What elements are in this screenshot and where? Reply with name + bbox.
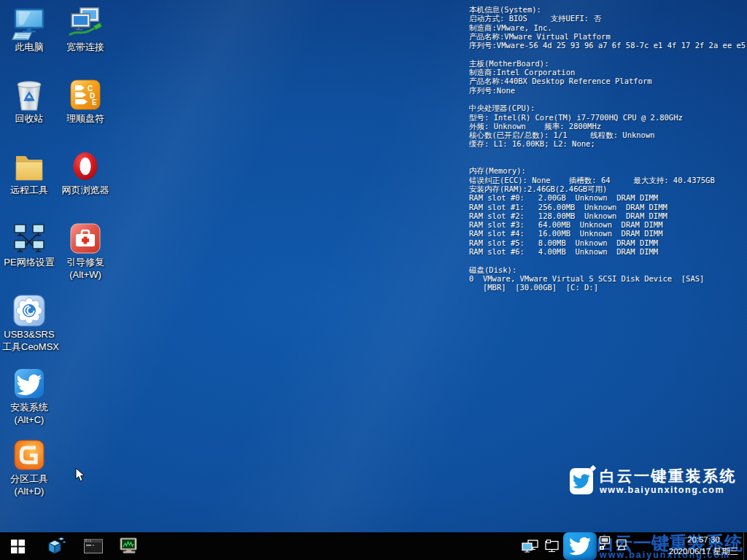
twitter-bird-icon xyxy=(569,535,591,557)
icon-label: USB3&SRS xyxy=(2,328,56,341)
system-info: 本机信息(System):启动方式: BIOS 支持UEFI: 否制造商:VMw… xyxy=(469,5,746,292)
registry-cube-icon xyxy=(46,536,66,556)
icon-label: 理顺盘符 xyxy=(58,112,112,125)
icon-label: PE网络设置 xyxy=(2,256,56,268)
brand-url: www.baiyunxitong.com xyxy=(600,485,737,495)
boot-repair-icon xyxy=(68,221,103,256)
icon-label-line2: (Alt+C) xyxy=(2,413,56,426)
desktop-icon-install-system[interactable]: 安装系统 (Alt+C) xyxy=(2,366,56,426)
desktop-icon-usb3-srs-tool[interactable]: USB3&SRS 工具CeoMSX xyxy=(2,293,56,353)
show-desktop-button[interactable] xyxy=(743,532,747,560)
taskbar-app-cmd[interactable]: C:\ xyxy=(79,532,108,560)
task-manager-icon xyxy=(118,537,140,556)
taskbar: C:\ 白云一键重装系统 www.b xyxy=(0,532,747,560)
icon-label: 分区工具 xyxy=(2,472,56,485)
icon-label: 引导修复 xyxy=(58,256,112,268)
tray-lan-icon[interactable] xyxy=(598,535,611,554)
start-button[interactable] xyxy=(0,532,35,560)
brand-title: 白云一键重装系统 xyxy=(600,467,737,485)
icon-label: 此电脑 xyxy=(2,41,56,53)
folder-icon xyxy=(12,149,47,184)
diskgenius-icon xyxy=(12,438,47,472)
network-diagram-icon xyxy=(12,221,47,256)
icon-label: 网页浏览器 xyxy=(58,184,112,196)
windows-logo-icon xyxy=(11,540,25,553)
icon-label: 宽带连接 xyxy=(58,41,112,53)
desktop-background: 此电脑 回收站 远程工具 xyxy=(0,0,747,560)
broadband-icon xyxy=(68,6,103,41)
twitter-bird-icon xyxy=(573,472,590,490)
recycle-bin-icon xyxy=(12,77,47,112)
icon-label: 远程工具 xyxy=(2,184,56,196)
taskbar-clock[interactable]: 20:57:30 2020/06/17 星期三 xyxy=(669,534,738,557)
tray-pc-icon[interactable] xyxy=(616,538,627,553)
taskbar-bird-button[interactable] xyxy=(563,532,597,560)
desktop-icon-web-browser[interactable]: 网页浏览器 xyxy=(58,149,112,196)
desktop-icon-broadband[interactable]: 宽带连接 xyxy=(58,6,112,53)
drive-letters-icon: C D E xyxy=(68,77,103,112)
tray-display-icon[interactable] xyxy=(519,532,541,560)
icon-label-line2: (Alt+D) xyxy=(2,485,56,497)
dual-monitor-icon xyxy=(522,540,539,553)
taskbar-app-registry[interactable] xyxy=(42,532,71,560)
small-pc-icon xyxy=(616,538,627,551)
lan-connection-icon xyxy=(598,535,611,551)
brand-text: 白云一键重装系统 www.baiyunxitong.com xyxy=(600,467,737,495)
gear-swirl-icon xyxy=(12,293,47,328)
icon-label-line2: (Alt+W) xyxy=(58,268,112,281)
desktop-icon-partition-tool[interactable]: 分区工具 (Alt+D) xyxy=(2,438,56,497)
icon-label-line2: 工具CeoMSX xyxy=(2,341,56,353)
drive-letter-e: E xyxy=(92,98,97,106)
brand-logo: 白云一键重装系统 www.baiyunxitong.com xyxy=(570,467,737,495)
tray-monitor-icon[interactable] xyxy=(543,532,562,560)
icon-label: 安装系统 xyxy=(2,401,56,413)
monitor-outline-icon xyxy=(544,540,560,553)
desktop-icon-this-pc[interactable]: 此电脑 xyxy=(2,6,56,53)
desktop-icon-remote-tools[interactable]: 远程工具 xyxy=(2,149,56,196)
cmd-title-text: C:\ xyxy=(85,539,91,542)
opera-icon xyxy=(68,149,103,184)
taskbar-app-task-manager[interactable] xyxy=(115,532,144,560)
desktop-icon-boot-repair[interactable]: 引导修复 (Alt+W) xyxy=(58,221,112,281)
clock-time: 20:57:30 xyxy=(669,534,738,545)
install-bird-icon xyxy=(12,366,47,401)
brand-bird-box xyxy=(570,468,593,494)
clock-date: 2020/06/17 星期三 xyxy=(669,545,738,557)
this-pc-icon xyxy=(12,6,47,41)
desktop-icon-pe-network-settings[interactable]: PE网络设置 xyxy=(2,221,56,268)
desktop-icon-recycle-bin[interactable]: 回收站 xyxy=(2,77,56,125)
desktop-icon-sort-drive-letters[interactable]: C D E 理顺盘符 xyxy=(58,77,112,125)
cmd-window-icon: C:\ xyxy=(83,537,104,555)
icon-label: 回收站 xyxy=(2,112,56,125)
mouse-cursor xyxy=(75,467,85,486)
